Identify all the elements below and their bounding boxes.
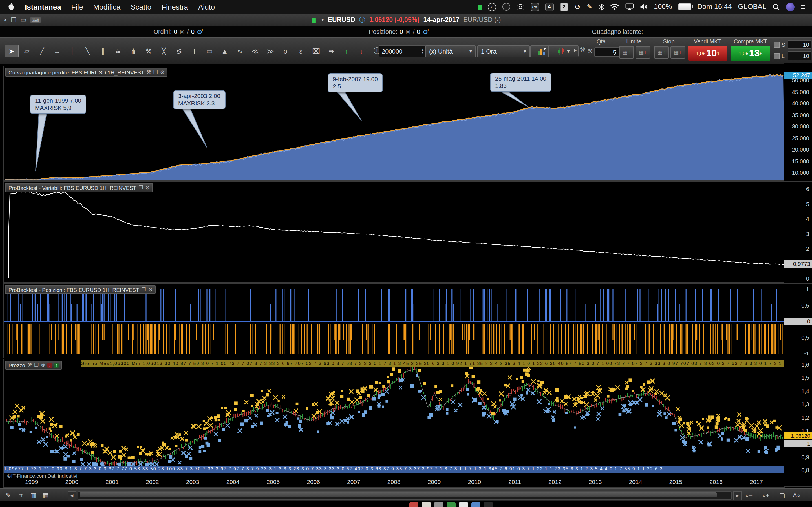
chart-annotation[interactable]: 9-feb-2007 19.00 2.5 [327, 73, 383, 93]
compra-mkt-button[interactable]: 1,06138 [731, 46, 770, 61]
text-zoom-button[interactable]: A⌕ [793, 491, 801, 500]
close-window-icon[interactable]: × [3, 16, 7, 23]
check-circle-icon[interactable]: ✓ [488, 3, 496, 11]
round-app-icon[interactable] [502, 3, 510, 11]
wrench-icon[interactable]: ⚒ [147, 69, 151, 75]
window-title-bar[interactable]: × ❐ ▭ ⌨ ▮▮ ▾ EURUSD ⓘ 1,06120 (-0,05%) 1… [0, 13, 812, 26]
menu-clock[interactable]: Dom 16:44 [697, 3, 732, 11]
stocks-menu-icon[interactable]: ▮▮ [477, 4, 481, 10]
ordini-settings-icon[interactable]: ⚙+ [197, 27, 204, 36]
tool-point-segment[interactable]: ╱ [35, 45, 49, 57]
menu-item-file[interactable]: File [71, 3, 83, 11]
table-view-button[interactable]: ▦ [41, 491, 51, 500]
wrench-icon[interactable]: ⚒ [28, 362, 32, 368]
dock-app-icon[interactable] [434, 502, 443, 507]
close-panel-icon[interactable]: ⊗ [148, 287, 153, 292]
sell-marker-icon[interactable]: ↓ [48, 362, 52, 368]
dock-app-icon[interactable] [422, 502, 431, 507]
menu-item-aiuto[interactable]: Aiuto [198, 3, 215, 11]
price-axis-column[interactable]: 52.24750.00045.00040.00035.00030.00025.0… [784, 63, 812, 487]
tool-parallel-lines[interactable]: ∥ [96, 45, 110, 57]
posizione-settings-icon[interactable]: ⚙+ [423, 27, 430, 36]
tool-buy-arrow[interactable]: ↑ [340, 45, 354, 57]
tool-rectangle[interactable]: ▭ [202, 45, 216, 57]
apple-logo-icon[interactable] [8, 3, 15, 11]
limite-buy-button[interactable]: ▦↑ [619, 46, 634, 59]
ordini-cancel-icon[interactable]: ⊠ [180, 28, 185, 35]
annotate-button[interactable]: ✎ [3, 491, 13, 500]
time-machine-icon[interactable]: ↺ [574, 3, 580, 11]
posizione-close-icon[interactable]: ⊠ [405, 28, 410, 35]
symbol-name[interactable]: EURUSD [328, 16, 355, 23]
region-label[interactable]: GLOBAL [738, 3, 766, 11]
dock-peek[interactable] [355, 502, 547, 507]
link-charts-button[interactable]: ⌗ [16, 491, 26, 500]
menu-item-scatto[interactable]: Scatto [131, 3, 151, 11]
quantity-spin-icons[interactable]: ▴▾ [422, 48, 423, 54]
dock-app-icon[interactable] [447, 502, 456, 507]
detach-window-icon[interactable]: ❐ [34, 362, 39, 368]
timeframe-select[interactable]: 1 Ora ▾ [477, 45, 530, 57]
tool-fan-lines[interactable]: ≪ [248, 45, 262, 57]
airplay-display-icon[interactable] [625, 3, 633, 10]
restore-window-icon[interactable]: ❐ [11, 16, 17, 23]
tool-fibonacci[interactable]: ≶ [172, 45, 186, 57]
input-source-2-icon[interactable]: 2 [560, 3, 568, 11]
tool-pitchfork[interactable]: ⋔ [126, 45, 140, 57]
equity-panel-header[interactable]: Curva guadagni e perdite: FBS EURUSD 1H_… [5, 68, 168, 76]
bluetooth-icon[interactable] [599, 3, 604, 10]
dock-app-icon[interactable] [471, 502, 480, 507]
quantity-value[interactable]: 200000 [382, 48, 402, 55]
user-avatar[interactable] [786, 3, 795, 11]
dock-app-icon[interactable] [409, 502, 418, 507]
chart-scrollbar[interactable] [78, 491, 732, 500]
stop-buy-button[interactable]: ▦↑ [654, 46, 669, 59]
order-settings-icon[interactable]: ⚒ [580, 46, 585, 54]
chart-scrollbar-thumb[interactable] [80, 492, 717, 497]
detach-window-icon[interactable]: ❐ [153, 69, 158, 75]
detach-window-icon[interactable]: ❐ [139, 185, 143, 190]
vendi-mkt-button[interactable]: 1,06101 [688, 46, 727, 61]
variabili-chart-canvas[interactable] [4, 182, 784, 282]
chart-annotation[interactable]: 11-gen-1999 7.00 MAXRISK 5,9 [30, 95, 86, 114]
stop-l-input[interactable]: 10 [788, 51, 811, 60]
tool-zigzag[interactable]: ∿ [233, 45, 247, 57]
toolbar-expand-icon[interactable]: ▸ [574, 47, 577, 53]
keyboard-icon[interactable]: ⌨ [30, 17, 41, 23]
stop-sell-button[interactable]: ▦↓ [670, 46, 685, 59]
tool-text[interactable]: T [187, 45, 201, 57]
limite-sell-button[interactable]: ▦↓ [636, 46, 650, 59]
tool-sigma[interactable]: σ [278, 45, 293, 57]
minimize-window-icon[interactable]: ▭ [20, 16, 27, 23]
scroll-right-button[interactable]: ▶ [733, 491, 742, 500]
unit-select[interactable]: (x) Unità ▾ [425, 45, 476, 57]
tool-sell-arrow[interactable]: ↓ [355, 45, 369, 57]
equity-chart-canvas[interactable] [4, 66, 784, 180]
chart-annotation[interactable]: 25-mag-2011 14.00 1.83 [490, 73, 552, 92]
tool-pattern[interactable]: ▲ [218, 45, 232, 57]
scroll-left-button[interactable]: ◀ [68, 491, 76, 500]
tool-trend-line[interactable]: ╲ [81, 45, 95, 57]
tool-epsilon[interactable]: ε [294, 45, 308, 57]
menu-item-finestra[interactable]: Finestra [161, 3, 188, 11]
tool-cursor[interactable]: ➤ [4, 45, 18, 57]
fit-chart-button[interactable]: ▢ [779, 491, 785, 500]
posizioni-chart-canvas[interactable] [4, 284, 784, 358]
tool-draw-settings[interactable]: ⚒ [142, 45, 156, 57]
tool-wave-channel[interactable]: ≋ [111, 45, 125, 57]
creative-cloud-icon[interactable]: Co [530, 3, 539, 11]
qta-settings-icon[interactable]: ⚒ [588, 48, 593, 54]
posizioni-panel-header[interactable]: ProBacktest - Posizioni: FBS EURUSD 1H_R… [5, 285, 156, 294]
variabili-panel-header[interactable]: ProBacktest - Variabili: FBS EURUSD 1H_R… [5, 183, 153, 192]
chart-annotation[interactable]: 3-apr-2003 2.00 MAXRISK 3.3 [173, 90, 225, 109]
tool-forward-arrow[interactable]: ➡ [324, 45, 338, 57]
input-source-a-icon[interactable]: A [545, 3, 553, 11]
close-panel-icon[interactable]: ⊗ [146, 185, 150, 190]
zoom-in-button[interactable]: ⌕+ [762, 491, 769, 500]
control-center-icon[interactable]: ≡ [801, 2, 805, 11]
app-name[interactable]: Istantanea [25, 3, 61, 11]
dock-app-icon[interactable] [484, 502, 493, 507]
camera-icon[interactable] [516, 4, 524, 10]
qta-input[interactable]: 5 [594, 47, 619, 57]
quantity-stepper[interactable]: 200000 ▴▾ [379, 45, 426, 57]
